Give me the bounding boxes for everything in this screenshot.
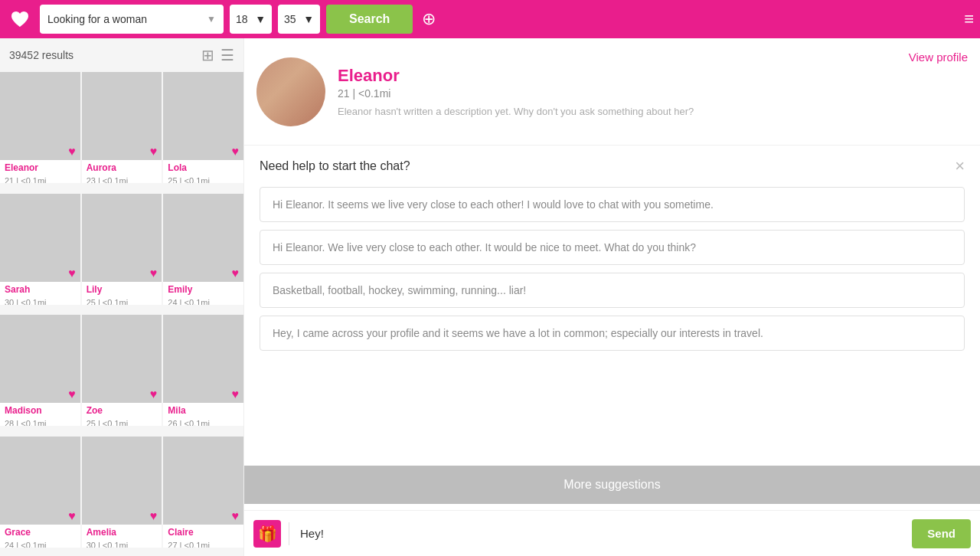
suggestion-item[interactable]: Basketball, football, hockey, swimming, … bbox=[260, 273, 965, 308]
profile-name: Claire bbox=[168, 527, 239, 538]
profile-name: Eleanor bbox=[338, 66, 897, 86]
profile-age-dist: 24 | <0.1mi bbox=[5, 541, 47, 548]
list-item[interactable]: Sarah30 | <0.1mi♥ bbox=[0, 194, 80, 305]
list-item[interactable]: Lola25 | <0.1mi♥ bbox=[163, 72, 243, 183]
list-item[interactable]: Emily24 | <0.1mi♥ bbox=[163, 194, 243, 305]
input-divider bbox=[289, 522, 289, 545]
heart-icon[interactable]: ♥ bbox=[150, 509, 158, 523]
profile-name: Zoe bbox=[87, 405, 158, 416]
chevron-down-icon: ▼ bbox=[207, 14, 216, 25]
suggestions-list: Hi Eleanor. It seems we live very close … bbox=[260, 187, 965, 358]
profile-age-dist: 30 | <0.1mi bbox=[87, 541, 129, 548]
list-item[interactable]: Eleanor21 | <0.1mi♥ bbox=[0, 72, 80, 183]
view-profile-button[interactable]: View profile bbox=[909, 51, 968, 64]
zoom-icon[interactable]: ⊕ bbox=[422, 9, 436, 29]
profile-age-dist: 25 | <0.1mi bbox=[87, 298, 129, 305]
heart-icon[interactable]: ♥ bbox=[68, 509, 76, 523]
app-logo[interactable] bbox=[6, 5, 34, 33]
heart-icon[interactable]: ♥ bbox=[68, 145, 76, 159]
heart-icon[interactable]: ♥ bbox=[231, 509, 239, 523]
heart-icon[interactable]: ♥ bbox=[231, 145, 239, 159]
right-panel: Eleanor 21 | <0.1mi Eleanor hasn't writt… bbox=[243, 38, 980, 556]
gift-button[interactable]: 🎁 bbox=[253, 520, 281, 548]
close-button[interactable]: × bbox=[955, 158, 965, 175]
looking-for-dropdown[interactable]: Looking for a woman ▼ bbox=[40, 5, 224, 34]
chat-help-header: Need help to start the chat? × bbox=[260, 158, 965, 175]
list-item[interactable]: Zoe25 | <0.1mi♥ bbox=[82, 315, 162, 426]
suggestion-item[interactable]: Hi Eleanor. It seems we live very close … bbox=[260, 187, 965, 222]
topbar: Looking for a woman ▼ 18 ▼ 35 ▼ Search ⊕… bbox=[0, 0, 980, 38]
send-button[interactable]: Send bbox=[912, 519, 971, 548]
list-item[interactable]: Madison28 | <0.1mi♥ bbox=[0, 315, 80, 426]
avatar bbox=[256, 57, 325, 126]
profile-age-dist: 25 | <0.1mi bbox=[168, 176, 210, 183]
list-view-icon[interactable]: ☰ bbox=[220, 46, 234, 64]
chat-help-title: Need help to start the chat? bbox=[260, 159, 410, 173]
list-item[interactable]: Lily25 | <0.1mi♥ bbox=[82, 194, 162, 305]
list-item[interactable]: Amelia30 | <0.1mi♥ bbox=[82, 437, 162, 548]
suggestion-item[interactable]: Hi Eleanor. We live very close to each o… bbox=[260, 230, 965, 265]
list-item[interactable]: Mila26 | <0.1mi♥ bbox=[163, 315, 243, 426]
profile-age-dist: 24 | <0.1mi bbox=[168, 298, 210, 305]
main-content: 39452 results ⊞ ☰ Eleanor21 | <0.1mi♥Aur… bbox=[0, 38, 980, 556]
message-input-area: 🎁 Send bbox=[244, 510, 980, 556]
profile-name: Grace bbox=[5, 527, 76, 538]
profile-age-dist: 23 | <0.1mi bbox=[87, 176, 129, 183]
message-input[interactable] bbox=[297, 527, 904, 540]
looking-for-value: Looking for a woman bbox=[47, 13, 147, 25]
list-item[interactable]: Claire27 | <0.1mi♥ bbox=[163, 437, 243, 548]
profile-age-dist: 21 | <0.1mi bbox=[5, 176, 47, 183]
search-button[interactable]: Search bbox=[326, 5, 413, 34]
profile-name: Emily bbox=[168, 284, 239, 295]
left-panel: 39452 results ⊞ ☰ Eleanor21 | <0.1mi♥Aur… bbox=[0, 38, 243, 556]
profile-name: Lola bbox=[168, 162, 239, 173]
chevron-down-icon: ▼ bbox=[303, 13, 314, 25]
profile-age-dist: 21 | <0.1mi bbox=[338, 87, 897, 100]
profile-name: Aurora bbox=[87, 162, 158, 173]
heart-icon[interactable]: ♥ bbox=[150, 388, 158, 401]
profile-name: Mila bbox=[168, 405, 239, 416]
profile-name: Lily bbox=[87, 284, 158, 295]
heart-icon[interactable]: ♥ bbox=[68, 388, 76, 401]
age-max-dropdown[interactable]: 35 ▼ bbox=[278, 5, 320, 34]
heart-icon[interactable]: ♥ bbox=[150, 267, 158, 280]
profile-description: Eleanor hasn't written a description yet… bbox=[338, 106, 897, 117]
profile-name: Sarah bbox=[5, 284, 76, 295]
grid-view-icon[interactable]: ⊞ bbox=[201, 46, 214, 64]
heart-icon[interactable]: ♥ bbox=[231, 388, 239, 401]
age-min-value: 18 bbox=[236, 13, 248, 25]
more-suggestions-button[interactable]: More suggestions bbox=[244, 466, 980, 504]
profile-age-dist: 25 | <0.1mi bbox=[87, 419, 129, 426]
profile-age-dist: 26 | <0.1mi bbox=[168, 419, 210, 426]
heart-icon[interactable]: ♥ bbox=[68, 267, 76, 280]
profile-name: Madison bbox=[5, 405, 76, 416]
menu-icon[interactable]: ≡ bbox=[964, 9, 974, 29]
list-item[interactable]: Grace24 | <0.1mi♥ bbox=[0, 437, 80, 548]
view-toggle: ⊞ ☰ bbox=[201, 46, 234, 64]
profile-age-dist: 30 | <0.1mi bbox=[5, 298, 47, 305]
profile-name: Eleanor bbox=[5, 162, 76, 173]
chat-help-section: Need help to start the chat? × Hi Eleano… bbox=[244, 146, 980, 460]
age-min-dropdown[interactable]: 18 ▼ bbox=[230, 5, 272, 34]
results-count: 39452 results bbox=[9, 49, 74, 61]
gift-icon: 🎁 bbox=[258, 525, 277, 543]
results-header: 39452 results ⊞ ☰ bbox=[0, 38, 243, 72]
profile-header: Eleanor 21 | <0.1mi Eleanor hasn't writt… bbox=[244, 38, 980, 146]
profile-age-dist: 27 | <0.1mi bbox=[168, 541, 210, 548]
heart-icon[interactable]: ♥ bbox=[150, 145, 158, 159]
profile-age-dist: 28 | <0.1mi bbox=[5, 419, 47, 426]
age-max-value: 35 bbox=[284, 13, 296, 25]
profile-header-info: Eleanor 21 | <0.1mi Eleanor hasn't writt… bbox=[338, 66, 897, 117]
profiles-grid: Eleanor21 | <0.1mi♥Aurora23 | <0.1mi♥Lol… bbox=[0, 72, 243, 556]
heart-icon[interactable]: ♥ bbox=[231, 267, 239, 280]
chevron-down-icon: ▼ bbox=[255, 13, 266, 25]
list-item[interactable]: Aurora23 | <0.1mi♥ bbox=[82, 72, 162, 183]
suggestion-item[interactable]: Hey, I came across your profile and it s… bbox=[260, 316, 965, 351]
profile-name: Amelia bbox=[87, 527, 158, 538]
